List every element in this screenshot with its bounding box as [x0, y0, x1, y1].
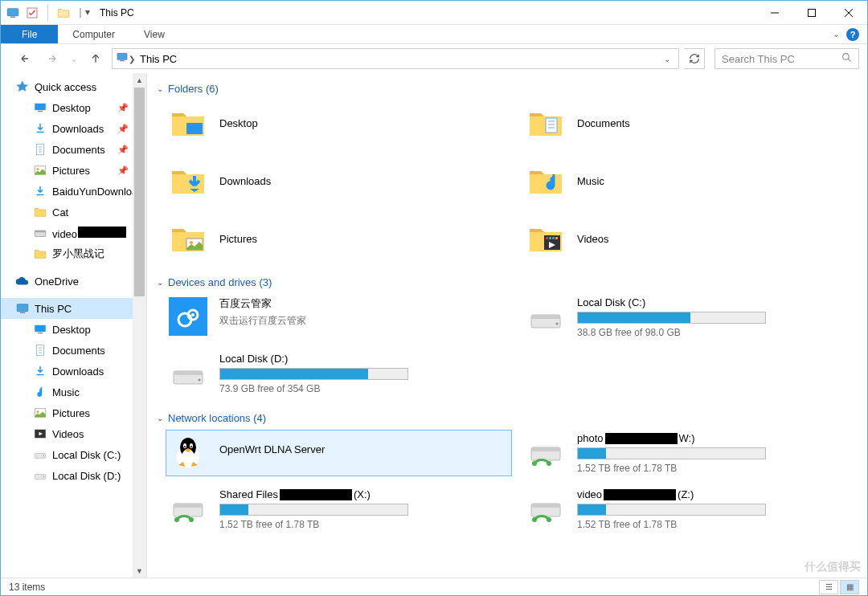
svg-rect-14 — [17, 304, 28, 312]
group-network-header[interactable]: ⌄ Network locations (4) — [157, 407, 867, 432]
address-dropdown-icon[interactable]: ⌄ — [659, 55, 675, 63]
sidebar-this-pc[interactable]: This PC — [1, 298, 133, 319]
sidebar-item-downloads[interactable]: Downloads — [1, 361, 146, 382]
tab-view[interactable]: View — [129, 25, 179, 43]
svg-rect-3 — [809, 9, 816, 16]
sidebar-item-desktop[interactable]: Desktop📌 — [1, 97, 146, 118]
pc-icon — [15, 301, 30, 316]
sidebar-item-label: 罗小黑战记 — [52, 247, 104, 261]
sidebar-item-baiduyundownload[interactable]: BaiduYunDownload — [1, 181, 146, 202]
nav-forward-button[interactable] — [41, 47, 63, 70]
help-icon[interactable]: ? — [846, 28, 859, 41]
folder-music[interactable]: Music — [526, 161, 867, 201]
sidebar-item-local-disk-d-[interactable]: Local Disk (D:) — [1, 465, 146, 486]
downloads-folder-icon — [168, 161, 208, 201]
maximize-button[interactable] — [793, 1, 830, 25]
folder-downloads[interactable]: Downloads — [168, 161, 510, 201]
pictures-folder-icon — [168, 218, 208, 259]
folder-pictures[interactable]: Pictures — [168, 218, 510, 259]
svg-point-50 — [184, 446, 186, 447]
svg-point-23 — [43, 455, 45, 457]
sidebar-item-label: Downloads — [52, 123, 104, 135]
scroll-up-icon[interactable]: ▲ — [133, 73, 146, 87]
view-tiles-button[interactable]: ▦ — [840, 580, 859, 594]
qat-properties-icon[interactable] — [25, 6, 39, 20]
separator — [47, 5, 48, 21]
sidebar-item-pictures[interactable]: Pictures📌 — [1, 160, 146, 181]
sidebar-quick-access[interactable]: Quick access — [1, 76, 146, 97]
search-icon — [841, 52, 852, 65]
qat-dropdown-icon[interactable]: ｜▾ — [76, 6, 90, 19]
network-item[interactable]: video(Z:)1.52 TB free of 1.78 TB — [526, 488, 867, 530]
tab-computer[interactable]: Computer — [58, 25, 129, 43]
view-details-button[interactable]: ☰ — [819, 580, 838, 594]
search-input[interactable]: Search This PC — [714, 48, 859, 69]
svg-point-51 — [190, 446, 192, 447]
drive-label: Local Disk (C:) — [577, 296, 766, 308]
sidebar-item-罗小黑战记[interactable]: 罗小黑战记 — [1, 243, 146, 264]
svg-point-25 — [43, 476, 45, 478]
group-folders-header[interactable]: ⌄ Folders (6) — [157, 78, 867, 103]
refresh-button[interactable] — [684, 48, 705, 69]
ribbon-collapse-icon[interactable]: ⌄ — [833, 29, 840, 39]
sidebar-item-cat[interactable]: Cat — [1, 202, 146, 222]
desktop-folder-icon — [168, 103, 208, 143]
folder-label: Documents — [577, 117, 630, 129]
disk-icon — [33, 468, 47, 483]
drive-icon — [168, 296, 208, 337]
folder-videos[interactable]: Videos — [526, 218, 867, 259]
group-devices-header[interactable]: ⌄ Devices and drives (3) — [157, 271, 867, 296]
nav-recent-dropdown[interactable]: ⌄ — [68, 47, 80, 70]
address-bar[interactable]: ❯ This PC ⌄ — [112, 48, 679, 69]
folder-documents[interactable]: Documents — [526, 103, 867, 143]
drive-label: Shared Files(X:) — [219, 488, 408, 500]
drive-item[interactable]: Local Disk (C:)38.8 GB free of 98.0 GB — [526, 296, 867, 338]
sidebar-item-downloads[interactable]: Downloads📌 — [1, 118, 146, 139]
svg-rect-16 — [35, 325, 46, 332]
breadcrumb-location[interactable]: This PC — [135, 53, 182, 65]
sidebar-item-local-disk-c-[interactable]: Local Disk (C:) — [1, 444, 146, 465]
desktop-icon — [33, 100, 47, 115]
folder-label: Videos — [577, 233, 609, 245]
network-item[interactable]: photoW:)1.52 TB free of 1.78 TB — [526, 432, 867, 474]
sidebar-item-label: Local Disk (C:) — [52, 449, 121, 461]
svg-rect-0 — [7, 8, 18, 15]
chevron-down-icon: ⌄ — [157, 278, 163, 287]
drive-item[interactable]: Local Disk (D:)73.9 GB free of 354 GB — [168, 353, 510, 394]
sidebar: Quick access Desktop📌Downloads📌Documents… — [1, 73, 147, 578]
sidebar-item-desktop[interactable]: Desktop — [1, 319, 146, 340]
chevron-right-icon[interactable]: ❯ — [129, 55, 135, 63]
svg-point-44 — [199, 379, 201, 382]
sidebar-item-documents[interactable]: Documents — [1, 340, 146, 361]
star-icon — [15, 80, 30, 94]
sidebar-onedrive[interactable]: OneDrive — [1, 271, 146, 292]
svg-rect-15 — [20, 312, 25, 314]
sidebar-item-video[interactable]: video — [1, 222, 146, 243]
sidebar-item-label: Local Disk (D:) — [52, 470, 121, 482]
close-button[interactable] — [830, 1, 867, 25]
nav-back-button[interactable] — [14, 47, 36, 70]
scroll-down-icon[interactable]: ▼ — [133, 564, 146, 578]
drive-item[interactable]: 百度云管家双击运行百度云管家 — [168, 296, 510, 338]
cloud-icon — [15, 274, 30, 288]
folder-desktop[interactable]: Desktop — [168, 103, 510, 143]
sidebar-item-videos[interactable]: Videos — [1, 423, 146, 444]
pin-icon: 📌 — [117, 145, 129, 155]
sidebar-item-pictures[interactable]: Pictures — [1, 402, 146, 423]
minimize-button[interactable] — [756, 1, 793, 25]
network-item[interactable]: OpenWrt DLNA Server — [166, 431, 511, 476]
svg-rect-5 — [120, 60, 124, 61]
sidebar-scrollbar[interactable]: ▲ ▼ — [133, 73, 146, 578]
sidebar-item-music[interactable]: Music — [1, 382, 146, 402]
nav-up-button[interactable] — [84, 47, 107, 70]
scroll-thumb[interactable] — [134, 88, 145, 296]
sidebar-item-label: Videos — [52, 428, 84, 440]
drive-free-text: 73.9 GB free of 354 GB — [219, 383, 408, 394]
sidebar-item-label: video — [52, 227, 126, 240]
svg-rect-34 — [555, 237, 558, 239]
tab-file[interactable]: File — [1, 25, 58, 43]
sidebar-item-documents[interactable]: Documents📌 — [1, 139, 146, 160]
svg-rect-4 — [117, 53, 127, 59]
status-count: 13 items — [9, 582, 45, 593]
network-item[interactable]: Shared Files(X:)1.52 TB free of 1.78 TB — [168, 488, 510, 530]
